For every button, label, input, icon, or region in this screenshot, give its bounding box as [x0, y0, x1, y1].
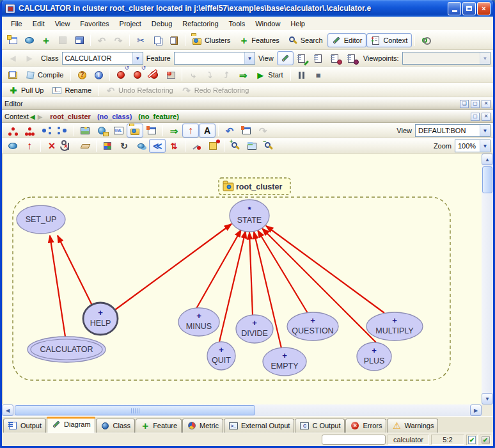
run-no-break-button[interactable]: ⇒ [235, 68, 251, 82]
step-over-button[interactable]: ⤷ [185, 68, 201, 82]
features-button[interactable]: +Features [235, 33, 283, 47]
class-node-help[interactable]: +HELP [83, 303, 118, 335]
feature-combo[interactable]: ▼ [174, 52, 255, 65]
class-node-question[interactable]: +QUESTION [287, 312, 338, 340]
class-node-minus[interactable]: +MINUS [178, 308, 219, 336]
class-combo[interactable]: CALCULATOR▼ [62, 52, 143, 65]
class-node-empty[interactable]: +EMPTY [263, 348, 306, 376]
scroll-up-button[interactable]: ▲ [482, 154, 493, 165]
redo-button[interactable]: ↷ [110, 33, 127, 47]
inheritance-link[interactable] [58, 236, 93, 307]
zoom-in-button[interactable]: + [227, 139, 244, 153]
new-class-node-button[interactable] [4, 139, 21, 153]
redo-refactoring-button[interactable]: ↷Redo Refactoring [178, 83, 254, 97]
tab-output[interactable]: Output [3, 419, 46, 433]
step-out-button[interactable]: ⤴ [218, 68, 235, 82]
colors-button[interactable] [99, 139, 116, 153]
cluster-view-toggle[interactable] [127, 124, 143, 138]
horizontal-scrollbar[interactable]: ◀ ▶ [2, 404, 482, 416]
maximize-button[interactable] [462, 2, 476, 15]
link-tool-button[interactable] [418, 33, 434, 47]
erase-button[interactable] [77, 139, 93, 153]
force-layout-button[interactable] [132, 139, 149, 153]
context-crumb-0[interactable]: root_cluster [50, 113, 91, 120]
status-input-field[interactable] [322, 435, 386, 445]
vertical-scrollbar[interactable]: ▲ ▼ [482, 154, 493, 404]
tab-class[interactable]: Class [96, 419, 136, 433]
project-settings-button[interactable] [4, 68, 21, 82]
rename-button[interactable]: I...Rename [48, 83, 96, 97]
contract-view-button[interactable] [327, 51, 343, 65]
pause-button[interactable] [294, 68, 310, 82]
scroll-left-button[interactable]: ◀ [2, 404, 13, 416]
start-button[interactable]: ▶Start [251, 68, 287, 82]
fan-layout-toggle[interactable]: ≪ [149, 139, 166, 153]
editor-view-toggle[interactable] [277, 51, 294, 65]
menu-help[interactable]: Help [285, 18, 310, 29]
class-node-state[interactable]: *STATE [230, 200, 269, 232]
maximize-context-button[interactable]: ▢ [471, 113, 480, 121]
context-back-button[interactable]: ◀ [30, 113, 35, 120]
zoom-combo[interactable]: 100%▼ [455, 140, 491, 152]
flat-contract-view-button[interactable] [343, 51, 360, 65]
clients-button[interactable] [54, 124, 71, 138]
menu-view[interactable]: View [50, 18, 75, 29]
context-forward-button[interactable]: ▶ [38, 113, 43, 120]
scroll-down-button[interactable]: ▼ [482, 393, 493, 404]
paste-button[interactable] [166, 33, 182, 47]
clusters-button[interactable]: Clusters [188, 33, 235, 47]
compile-button[interactable]: Compile [21, 68, 68, 82]
menu-tools[interactable]: Tools [224, 18, 251, 29]
class-node-multiply[interactable]: +MULTIPLY [366, 312, 423, 340]
back-button[interactable]: ◀ [4, 51, 21, 65]
new-window-button[interactable] [4, 33, 21, 47]
copy-button[interactable] [149, 33, 166, 47]
export-image-button[interactable] [77, 124, 93, 138]
menu-debug[interactable]: Debug [146, 18, 177, 29]
pull-up-button[interactable]: ✚Pull Up [4, 83, 48, 97]
straighten-button[interactable]: ⇅ [166, 139, 182, 153]
new-class-button[interactable] [21, 33, 38, 47]
class-node-calculator[interactable]: CALCULATOR [28, 337, 106, 362]
delete-button[interactable]: × [43, 139, 60, 153]
labels-toggle[interactable]: A [199, 124, 216, 138]
app-icon[interactable] [5, 4, 15, 13]
undo-button[interactable]: ↶ [93, 33, 110, 47]
export-diagram-button[interactable] [93, 124, 110, 138]
editor-toggle[interactable]: Editor [327, 33, 367, 47]
tab-external-output[interactable]: >_External Output [224, 419, 294, 433]
tab-feature[interactable]: +Feature [136, 419, 182, 433]
class-node-quit[interactable]: +QUIT [207, 342, 235, 370]
breakpoint-toggle-button[interactable] [129, 68, 146, 82]
menu-window[interactable]: Window [250, 18, 285, 29]
remove-breakpoints-button[interactable] [146, 68, 162, 82]
inheritance-link[interactable] [196, 230, 241, 308]
chevron-down-icon[interactable]: ▼ [480, 52, 490, 64]
suppliers-button[interactable] [38, 124, 54, 138]
vertical-scroll-thumb[interactable] [482, 166, 492, 193]
new-feature-button[interactable]: + [38, 33, 54, 47]
search-button[interactable]: Search [284, 33, 327, 47]
step-into-button[interactable]: ⤵ [201, 68, 218, 82]
close-panel-button[interactable]: ✕ [482, 100, 491, 108]
save-button[interactable] [71, 33, 88, 47]
context-crumb-1[interactable]: (no_class) [97, 113, 132, 120]
maximize-panel-button[interactable]: ▢ [471, 100, 480, 108]
chevron-down-icon[interactable]: ▼ [480, 125, 490, 136]
crop-button[interactable] [205, 139, 221, 153]
inheritance-link[interactable] [50, 236, 65, 337]
menu-file[interactable]: File [6, 18, 28, 29]
views-manager-button[interactable] [143, 124, 160, 138]
close-context-button[interactable]: ✕ [482, 113, 491, 121]
inheritance-link[interactable] [115, 224, 232, 310]
uml-view-toggle[interactable]: UML [110, 124, 127, 138]
horizontal-scroll-thumb[interactable] [15, 405, 255, 415]
chevron-down-icon[interactable]: ▼ [480, 140, 490, 152]
close-button[interactable]: × [477, 2, 491, 15]
new-inheritance-link-button[interactable]: ↑ [21, 139, 38, 153]
chevron-down-icon[interactable]: ▼ [132, 52, 143, 64]
tab-c-output[interactable]: CC Output [295, 419, 345, 433]
menu-edit[interactable]: Edit [28, 18, 50, 29]
inheritance-links-toggle[interactable]: ↑ [182, 124, 199, 138]
menu-favorites[interactable]: Favorites [75, 18, 114, 29]
